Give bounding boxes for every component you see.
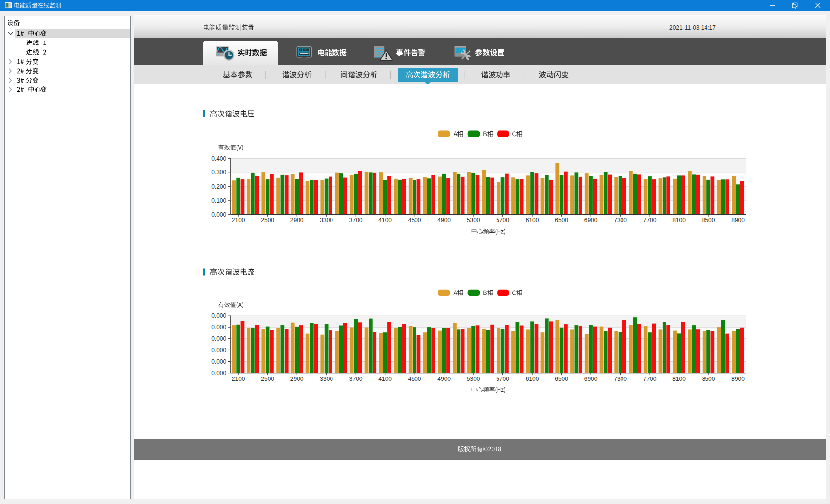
svg-text:8500: 8500 xyxy=(702,217,715,224)
svg-text:3700: 3700 xyxy=(349,217,363,224)
svg-text:0.200: 0.200 xyxy=(211,183,226,190)
svg-text:4500: 4500 xyxy=(408,217,421,224)
svg-text:3300: 3300 xyxy=(320,217,333,224)
svg-text:0.100: 0.100 xyxy=(211,197,226,204)
svg-text:0.000: 0.000 xyxy=(211,336,226,342)
svg-text:5700: 5700 xyxy=(496,376,509,382)
svg-text:7700: 7700 xyxy=(643,376,657,382)
svg-text:2100: 2100 xyxy=(232,217,245,224)
svg-text:2900: 2900 xyxy=(290,217,304,224)
svg-text:0.000: 0.000 xyxy=(211,347,226,354)
svg-text:4900: 4900 xyxy=(437,376,451,382)
svg-text:8900: 8900 xyxy=(731,376,745,382)
svg-text:3700: 3700 xyxy=(349,376,363,382)
svg-text:4100: 4100 xyxy=(378,217,392,224)
svg-text:8100: 8100 xyxy=(672,217,686,224)
svg-text:2500: 2500 xyxy=(261,376,274,382)
svg-text:2021-11-03 14:17: 2021-11-03 14:17 xyxy=(669,24,716,31)
svg-text:0.000: 0.000 xyxy=(211,370,226,377)
svg-text:6500: 6500 xyxy=(555,217,568,224)
svg-text:0.400: 0.400 xyxy=(211,155,226,162)
svg-text:3300: 3300 xyxy=(320,376,333,382)
svg-text:4500: 4500 xyxy=(408,376,421,382)
svg-text:8900: 8900 xyxy=(731,217,745,224)
svg-text:4100: 4100 xyxy=(378,376,392,382)
svg-text:8100: 8100 xyxy=(672,376,686,382)
svg-text:7300: 7300 xyxy=(614,217,627,224)
svg-text:2100: 2100 xyxy=(232,376,245,382)
svg-text:8500: 8500 xyxy=(702,376,715,382)
svg-text:2500: 2500 xyxy=(261,217,274,224)
svg-text:5300: 5300 xyxy=(467,217,480,224)
svg-text:0.000: 0.000 xyxy=(211,211,226,218)
svg-text:6100: 6100 xyxy=(526,217,539,224)
svg-text:2900: 2900 xyxy=(290,376,304,382)
svg-text:4900: 4900 xyxy=(437,217,451,224)
svg-text:7300: 7300 xyxy=(614,376,627,382)
svg-text:0.000: 0.000 xyxy=(211,358,226,365)
svg-text:5300: 5300 xyxy=(467,376,480,382)
svg-text:0.300: 0.300 xyxy=(211,169,226,176)
svg-text:6500: 6500 xyxy=(555,376,568,382)
svg-text:5700: 5700 xyxy=(496,217,509,224)
svg-text:6900: 6900 xyxy=(584,217,598,224)
svg-text:0.000: 0.000 xyxy=(211,324,226,331)
svg-text:6900: 6900 xyxy=(584,376,598,382)
svg-text:0.000: 0.000 xyxy=(211,312,226,319)
svg-text:6100: 6100 xyxy=(526,376,539,382)
svg-text:7700: 7700 xyxy=(643,217,657,224)
